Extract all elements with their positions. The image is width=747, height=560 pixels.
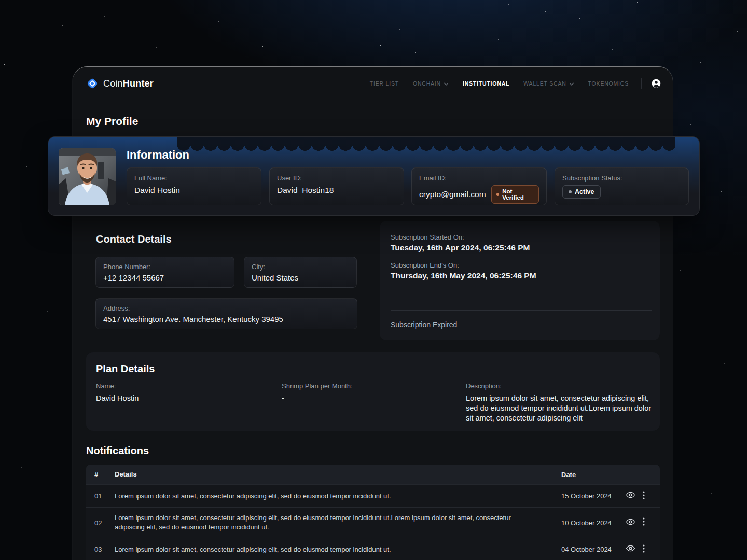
row-date: 15 October 2024 [561, 492, 622, 500]
subscription-ends-value: Thursday, 16th May 2024, 06:25:46 PM [391, 271, 536, 281]
main-nav: TIER LIST ONCHAIN INSTITUTIONAL WALLET S… [370, 80, 629, 87]
plan-details-title: Plan Details [96, 363, 155, 375]
field-value: - [282, 394, 353, 403]
field-label: Phone Number: [103, 263, 227, 271]
subscription-ends-label: Subscription End's On: [391, 261, 536, 269]
field-label: Name: [96, 382, 139, 390]
eye-icon [626, 517, 635, 529]
nav-item-onchain[interactable]: ONCHAIN [413, 80, 449, 87]
gray-dot-icon [569, 190, 572, 193]
plan-per-month-field: Shrimp Plan per Month: - [282, 382, 353, 403]
active-status-badge: Active [562, 185, 601, 199]
nav-divider [641, 78, 642, 89]
contact-details-title: Contact Details [96, 233, 172, 245]
orange-dot-icon [496, 193, 500, 196]
field-label: Description: [466, 382, 653, 390]
row-menu-button[interactable] [638, 491, 649, 501]
nav-item-tokenomics[interactable]: TOKENOMICS [588, 80, 629, 87]
table-row: 02 Lorem ipsum dolor sit amet, consectet… [86, 507, 660, 538]
chevron-down-icon [444, 80, 449, 87]
subscription-status-field: Subscription Status: Active [555, 167, 689, 205]
row-menu-button[interactable] [638, 517, 649, 528]
column-header-date: Date [561, 471, 622, 479]
row-number: 03 [94, 545, 115, 553]
subscription-started-label: Subscription Started On: [391, 233, 530, 241]
address-field: Address: 4517 Washington Ave. Manchester… [95, 298, 357, 329]
subscription-expired-note: Subscription Expired [391, 320, 457, 329]
row-number: 02 [94, 519, 115, 527]
row-details: Lorem ipsum dolor sit amet, consectetur … [115, 545, 561, 554]
nav-label: TOKENOMICS [588, 80, 629, 87]
field-value: United States [252, 273, 349, 282]
field-value: 4517 Washington Ave. Manchester, Kentuck… [103, 315, 350, 324]
phone-number-field: Phone Number: +12 12344 55667 [95, 257, 234, 288]
table-header-row: # Details Date [86, 465, 660, 484]
view-notification-button[interactable] [622, 490, 638, 502]
nav-label: WALLET SCAN [523, 80, 566, 87]
subscription-started-group: Subscription Started On: Tuesday, 16th A… [391, 233, 530, 253]
top-navigation-bar: CoinHunter TIER LIST ONCHAIN INSTITUTION… [73, 67, 673, 90]
field-value: Lorem ipsum dolor sit amet, consectetur … [466, 394, 653, 423]
brand-name: CoinHunter [103, 78, 154, 89]
field-label: Address: [103, 304, 350, 312]
coinhunter-logo-icon [86, 77, 99, 90]
table-row: 03 Lorem ipsum dolor sit amet, consectet… [86, 538, 660, 560]
not-verified-badge: Not Verified [491, 185, 539, 204]
subscription-panel: Subscription Started On: Tuesday, 16th A… [380, 221, 660, 340]
city-field: City: United States [244, 257, 357, 288]
nav-item-institutional[interactable]: INSTITUTIONAL [463, 80, 509, 87]
row-details: Lorem ipsum dolor sit amet, consectetur … [115, 513, 561, 532]
row-date: 10 October 2024 [561, 519, 622, 527]
starfield-background [0, 0, 1, 1]
eye-icon [626, 490, 635, 502]
plan-details-panel: Plan Details Name: David Hostin Shrimp P… [86, 352, 660, 431]
row-number: 01 [94, 492, 115, 500]
row-menu-button[interactable] [638, 544, 649, 555]
kebab-menu-icon [643, 491, 645, 501]
page-title: My Profile [86, 115, 138, 128]
subscription-ends-group: Subscription End's On: Thursday, 16th Ma… [391, 261, 536, 281]
email-id-field: Email ID: crypto@gmail.com Not Verified [411, 167, 547, 205]
nav-label: TIER LIST [370, 80, 399, 87]
field-value: David Hostin [134, 186, 254, 195]
row-details: Lorem ipsum dolor sit amet, consectetur … [115, 492, 561, 501]
user-circle-icon [651, 81, 661, 90]
view-notification-button[interactable] [622, 543, 638, 555]
field-value: crypto@gmail.com [419, 190, 486, 199]
nav-item-tier-list[interactable]: TIER LIST [370, 80, 399, 87]
notifications-title: Notifications [86, 445, 149, 457]
nav-label: INSTITUTIONAL [463, 80, 509, 87]
divider [391, 310, 652, 311]
row-date: 04 October 2024 [561, 545, 622, 553]
plan-description-field: Description: Lorem ipsum dolor sit amet,… [466, 382, 653, 423]
field-label: City: [252, 263, 349, 271]
full-name-field: Full Name: David Hostin [127, 167, 261, 205]
view-notification-button[interactable] [622, 517, 638, 529]
nav-item-wallet-scan[interactable]: WALLET SCAN [523, 80, 574, 87]
user-avatar [59, 148, 116, 205]
field-value: David Hostin [96, 394, 139, 403]
information-banner: Information Full Name: David Hostin User… [48, 136, 700, 216]
field-label: Subscription Status: [562, 174, 681, 182]
field-label: Email ID: [419, 174, 539, 182]
plan-name-field: Name: David Hostin [96, 382, 139, 403]
notifications-table: # Details Date 01 Lorem ipsum dolor sit … [86, 465, 660, 560]
field-label: Full Name: [134, 174, 254, 182]
nav-label: ONCHAIN [413, 80, 441, 87]
field-label: Shrimp Plan per Month: [282, 382, 353, 390]
column-header-details: Details [115, 470, 561, 479]
subscription-started-value: Tuesday, 16th Apr 2024, 06:25:46 PM [391, 243, 530, 253]
field-label: User ID: [277, 174, 396, 182]
column-header-number: # [94, 471, 115, 479]
kebab-menu-icon [643, 517, 645, 528]
kebab-menu-icon [643, 544, 645, 555]
table-row: 01 Lorem ipsum dolor sit amet, consectet… [86, 484, 660, 507]
eye-icon [626, 543, 635, 555]
brand-logo[interactable]: CoinHunter [86, 77, 154, 90]
profile-menu-button[interactable] [651, 78, 661, 89]
user-id-field: User ID: David_Hostin18 [269, 167, 404, 205]
field-value: +12 12344 55667 [103, 273, 227, 282]
field-value: David_Hostin18 [277, 186, 396, 195]
information-title: Information [127, 148, 189, 162]
chevron-down-icon [569, 80, 574, 87]
